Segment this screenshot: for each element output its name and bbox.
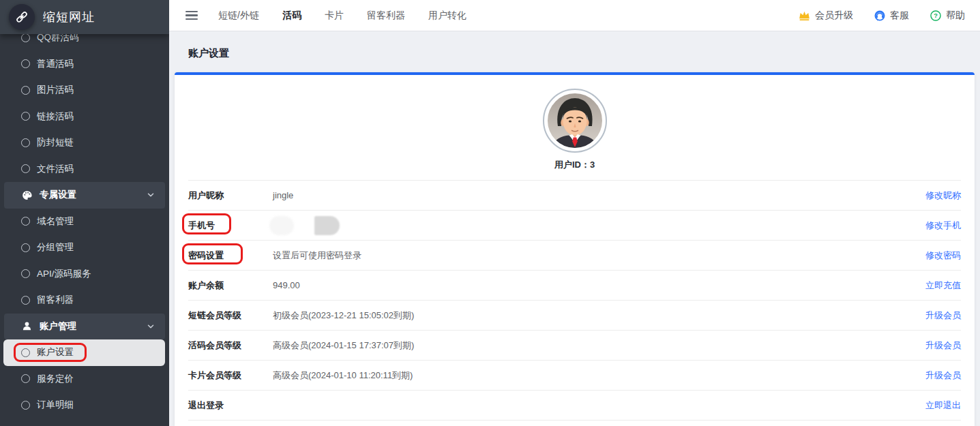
logout-link[interactable]: 立即退出 [925, 399, 961, 412]
tab-shortlink[interactable]: 短链/外链 [218, 10, 259, 22]
sidebar-group-label: 账户管理 [40, 320, 76, 333]
sidebar: QQ群活码 普通活码 图片活码 链接活码 防封短链 文件活码 [0, 0, 169, 426]
row-label-text: 密码设置 [188, 250, 224, 260]
sidebar-item-label: 留客利器 [37, 294, 74, 306]
sidebar-group-account-management[interactable]: 账户管理 [4, 314, 165, 340]
tab-card[interactable]: 卡片 [325, 10, 344, 22]
row-value: 设置后可使用密码登录 [273, 249, 925, 262]
headset-icon [874, 10, 886, 22]
circle-icon [21, 296, 30, 305]
sidebar-item-label: 账户设置 [37, 346, 74, 359]
member-upgrade-button[interactable]: 会员升级 [798, 10, 853, 22]
row-label: 短链会员等级 [188, 309, 273, 322]
circle-icon [21, 374, 30, 383]
sidebar-item-label: 链接活码 [37, 110, 74, 123]
row-nickname: 用户昵称 jingle 修改昵称 [188, 181, 961, 211]
upgrade-membership-link[interactable]: 升级会员 [925, 369, 961, 382]
circle-icon [21, 33, 30, 42]
user-id: 用户ID：3 [175, 159, 975, 171]
row-shortlink-membership: 短链会员等级 初级会员(2023-12-21 15:05:02到期) 升级会员 [188, 301, 961, 331]
sidebar-item-account-settings[interactable]: 账户设置 [3, 339, 165, 366]
account-settings-card: 用户ID：3 用户昵称 jingle 修改昵称 手机号 [175, 72, 975, 426]
help-icon: ? [930, 10, 942, 22]
account-rows: 用户昵称 jingle 修改昵称 手机号 修改手机 [188, 180, 961, 421]
redacted-phone-blob [269, 216, 294, 235]
sidebar-item-label: 订单明细 [37, 399, 74, 411]
top-tabs: 短链/外链 活码 卡片 留客利器 用户转化 [218, 10, 466, 22]
circle-icon [21, 164, 30, 173]
customer-service-label: 客服 [890, 10, 909, 22]
sidebar-item-api-source-service[interactable]: API/源码服务 [0, 261, 169, 288]
sidebar-item-label: 分组管理 [37, 241, 74, 254]
row-label-text: 手机号 [188, 220, 215, 230]
user-id-value: 3 [590, 159, 595, 170]
circle-icon [21, 401, 30, 410]
sidebar-item-retain-customers[interactable]: 留客利器 [0, 287, 169, 314]
sidebar-group-label: 专属设置 [40, 189, 76, 201]
app-logo[interactable] [9, 4, 35, 30]
sidebar-brand: 缩短网址 [0, 0, 169, 34]
brand-title: 缩短网址 [43, 9, 95, 25]
sidebar-item-link-livecode[interactable]: 链接活码 [0, 104, 169, 130]
sidebar-item-file-livecode[interactable]: 文件活码 [0, 156, 169, 183]
sidebar-item-label: 防封短链 [37, 136, 74, 149]
circle-icon [21, 269, 30, 278]
sidebar-item-domain-management[interactable]: 域名管理 [0, 209, 169, 235]
profile-section: 用户ID：3 [175, 75, 975, 171]
circle-icon [21, 59, 30, 68]
recharge-link[interactable]: 立即充值 [925, 279, 961, 292]
male-cartoon-avatar-image [546, 92, 604, 149]
svg-text:?: ? [934, 12, 938, 19]
sidebar-item-group-management[interactable]: 分组管理 [0, 234, 169, 261]
row-label: 用户昵称 [188, 189, 273, 202]
redacted-phone-blob [314, 216, 340, 235]
edit-password-link[interactable]: 修改密码 [925, 249, 961, 262]
sidebar-item-image-livecode[interactable]: 图片活码 [0, 77, 169, 104]
tab-user-conversion[interactable]: 用户转化 [428, 10, 466, 22]
row-value: 高级会员(2024-01-15 17:37:07到期) [273, 339, 925, 352]
row-phone: 手机号 修改手机 [188, 211, 961, 241]
member-upgrade-label: 会员升级 [815, 10, 853, 22]
upgrade-membership-link[interactable]: 升级会员 [925, 339, 961, 352]
sidebar-item-order-details[interactable]: 订单明细 [0, 392, 169, 419]
help-button[interactable]: ? 帮助 [930, 10, 965, 22]
row-logout: 退出登录 立即退出 [188, 391, 961, 421]
user-icon [21, 320, 33, 332]
top-navigation: 短链/外链 活码 卡片 留客利器 用户转化 会员升级 [169, 0, 980, 31]
circle-icon [21, 217, 30, 226]
page-title: 账户设置 [188, 47, 961, 60]
sidebar-item-service-pricing[interactable]: 服务定价 [0, 366, 169, 393]
row-label: 退出登录 [188, 399, 273, 412]
row-balance: 账户余额 949.00 立即充值 [188, 271, 961, 301]
help-label: 帮助 [946, 10, 965, 22]
sidebar-item-label: 域名管理 [37, 215, 74, 228]
main-area: 短链/外链 活码 卡片 留客利器 用户转化 会员升级 [169, 0, 980, 426]
edit-phone-link[interactable]: 修改手机 [925, 219, 961, 232]
sidebar-item-antiblock-shortlink[interactable]: 防封短链 [0, 130, 169, 156]
circle-icon [21, 243, 30, 252]
sidebar-item-label: 服务定价 [37, 373, 74, 385]
upgrade-membership-link[interactable]: 升级会员 [925, 309, 961, 322]
circle-icon [21, 138, 30, 147]
customer-service-button[interactable]: 客服 [874, 10, 909, 22]
row-value: 初级会员(2023-12-21 15:05:02到期) [273, 309, 925, 322]
edit-nickname-link[interactable]: 修改昵称 [925, 189, 961, 202]
row-card-membership: 卡片会员等级 高级会员(2024-01-10 11:20:11到期) 升级会员 [188, 361, 961, 391]
chevron-down-icon [146, 322, 155, 331]
link-icon [14, 10, 29, 25]
top-actions: 会员升级 客服 ? [798, 10, 965, 22]
row-value: 高级会员(2024-01-10 11:20:11到期) [273, 369, 925, 382]
row-label: 手机号 [188, 219, 273, 232]
tab-livecode[interactable]: 活码 [282, 10, 301, 22]
hamburger-icon[interactable] [185, 11, 198, 20]
row-label: 账户余额 [188, 279, 273, 292]
circle-icon [21, 112, 30, 121]
sidebar-item-normal-livecode[interactable]: 普通活码 [0, 51, 169, 78]
sidebar-group-exclusive-settings[interactable]: 专属设置 [4, 182, 165, 209]
sidebar-item-label: API/源码服务 [37, 268, 91, 280]
tab-retain-customers[interactable]: 留客利器 [367, 10, 405, 22]
row-value [273, 216, 925, 235]
chevron-down-icon [146, 190, 155, 200]
circle-icon [21, 348, 30, 357]
sidebar-item-label: 普通活码 [37, 58, 74, 70]
